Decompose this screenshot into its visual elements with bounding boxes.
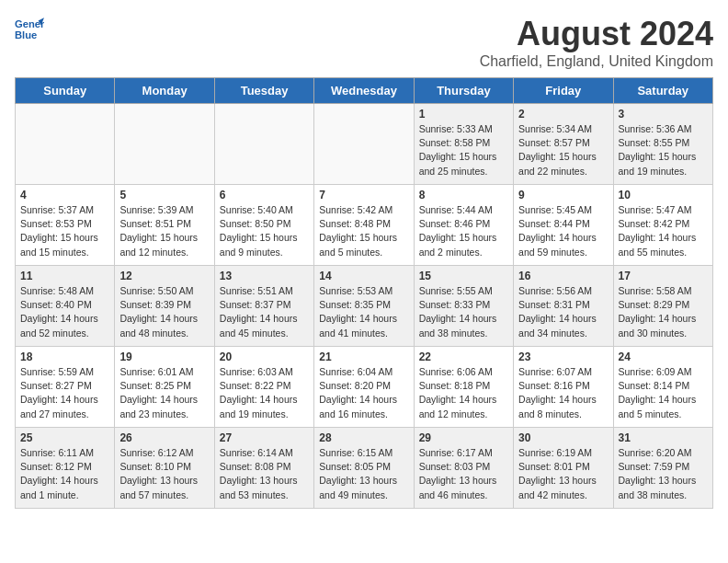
day-cell: 27Sunrise: 6:14 AM Sunset: 8:08 PM Dayli…: [214, 428, 313, 509]
day-info: Sunrise: 6:20 AM Sunset: 7:59 PM Dayligh…: [619, 446, 708, 502]
logo: General Blue: [15, 15, 44, 44]
day-cell: 21Sunrise: 6:04 AM Sunset: 8:20 PM Dayli…: [314, 347, 414, 428]
day-number: 11: [20, 270, 109, 282]
day-info: Sunrise: 6:11 AM Sunset: 8:12 PM Dayligh…: [20, 446, 109, 502]
calendar-header-row: SundayMondayTuesdayWednesdayThursdayFrid…: [16, 78, 713, 104]
day-info: Sunrise: 5:36 AM Sunset: 8:55 PM Dayligh…: [619, 122, 708, 178]
day-cell: 1Sunrise: 5:33 AM Sunset: 8:58 PM Daylig…: [414, 104, 513, 185]
day-number: 22: [419, 350, 508, 363]
col-header-wednesday: Wednesday: [314, 78, 414, 104]
day-cell: 2Sunrise: 5:34 AM Sunset: 8:57 PM Daylig…: [514, 104, 613, 185]
header: General Blue August 2024 Charfield, Engl…: [15, 15, 713, 70]
day-info: Sunrise: 5:33 AM Sunset: 8:58 PM Dayligh…: [419, 122, 508, 178]
calendar-body: 1Sunrise: 5:33 AM Sunset: 8:58 PM Daylig…: [16, 104, 713, 509]
day-cell: 24Sunrise: 6:09 AM Sunset: 8:14 PM Dayli…: [613, 347, 712, 428]
day-info: Sunrise: 6:07 AM Sunset: 8:16 PM Dayligh…: [518, 365, 608, 421]
day-number: 15: [419, 270, 508, 282]
day-info: Sunrise: 6:01 AM Sunset: 8:25 PM Dayligh…: [119, 365, 209, 421]
col-header-tuesday: Tuesday: [214, 78, 313, 104]
day-cell: 16Sunrise: 5:56 AM Sunset: 8:31 PM Dayli…: [514, 266, 613, 347]
day-number: 3: [619, 108, 708, 121]
day-cell: 7Sunrise: 5:42 AM Sunset: 8:48 PM Daylig…: [314, 185, 414, 266]
calendar-table: SundayMondayTuesdayWednesdayThursdayFrid…: [15, 77, 713, 509]
week-row-2: 11Sunrise: 5:48 AM Sunset: 8:40 PM Dayli…: [16, 266, 713, 347]
day-info: Sunrise: 6:12 AM Sunset: 8:10 PM Dayligh…: [119, 446, 209, 502]
day-info: Sunrise: 6:03 AM Sunset: 8:22 PM Dayligh…: [220, 365, 309, 421]
week-row-0: 1Sunrise: 5:33 AM Sunset: 8:58 PM Daylig…: [16, 104, 713, 185]
day-cell: 3Sunrise: 5:36 AM Sunset: 8:55 PM Daylig…: [613, 104, 712, 185]
day-cell: 18Sunrise: 5:59 AM Sunset: 8:27 PM Dayli…: [16, 347, 115, 428]
day-number: 19: [119, 350, 209, 363]
day-cell: [16, 104, 115, 185]
day-cell: 23Sunrise: 6:07 AM Sunset: 8:16 PM Dayli…: [514, 347, 613, 428]
day-cell: 8Sunrise: 5:44 AM Sunset: 8:46 PM Daylig…: [414, 185, 513, 266]
day-cell: 31Sunrise: 6:20 AM Sunset: 7:59 PM Dayli…: [613, 428, 712, 509]
day-info: Sunrise: 5:56 AM Sunset: 8:31 PM Dayligh…: [518, 284, 608, 340]
day-info: Sunrise: 6:09 AM Sunset: 8:14 PM Dayligh…: [619, 365, 708, 421]
day-cell: 30Sunrise: 6:19 AM Sunset: 8:01 PM Dayli…: [514, 428, 613, 509]
day-cell: 10Sunrise: 5:47 AM Sunset: 8:42 PM Dayli…: [613, 185, 712, 266]
logo-icon: General Blue: [15, 15, 44, 44]
day-cell: 5Sunrise: 5:39 AM Sunset: 8:51 PM Daylig…: [115, 185, 214, 266]
day-cell: [214, 104, 313, 185]
day-info: Sunrise: 5:45 AM Sunset: 8:44 PM Dayligh…: [518, 203, 608, 259]
day-number: 28: [319, 431, 408, 444]
day-number: 5: [119, 189, 209, 201]
day-cell: 28Sunrise: 6:15 AM Sunset: 8:05 PM Dayli…: [314, 428, 414, 509]
day-number: 12: [119, 270, 209, 282]
day-number: 9: [518, 189, 608, 201]
day-cell: 25Sunrise: 6:11 AM Sunset: 8:12 PM Dayli…: [16, 428, 115, 509]
day-number: 7: [319, 189, 408, 201]
day-number: 8: [419, 189, 508, 201]
col-header-thursday: Thursday: [414, 78, 513, 104]
day-cell: 29Sunrise: 6:17 AM Sunset: 8:03 PM Dayli…: [414, 428, 513, 509]
day-number: 13: [220, 270, 309, 282]
day-number: 18: [20, 350, 109, 363]
col-header-sunday: Sunday: [16, 78, 115, 104]
day-info: Sunrise: 6:06 AM Sunset: 8:18 PM Dayligh…: [419, 365, 508, 421]
day-number: 29: [419, 431, 508, 444]
day-cell: 17Sunrise: 5:58 AM Sunset: 8:29 PM Dayli…: [613, 266, 712, 347]
day-number: 23: [518, 350, 608, 363]
subtitle: Charfield, England, United Kingdom: [480, 53, 713, 70]
day-number: 4: [20, 189, 109, 201]
week-row-3: 18Sunrise: 5:59 AM Sunset: 8:27 PM Dayli…: [16, 347, 713, 428]
svg-text:Blue: Blue: [15, 29, 37, 40]
day-info: Sunrise: 5:58 AM Sunset: 8:29 PM Dayligh…: [619, 284, 708, 340]
day-number: 25: [20, 431, 109, 444]
day-info: Sunrise: 5:37 AM Sunset: 8:53 PM Dayligh…: [20, 203, 109, 259]
col-header-monday: Monday: [115, 78, 214, 104]
day-info: Sunrise: 5:51 AM Sunset: 8:37 PM Dayligh…: [220, 284, 309, 340]
day-cell: 6Sunrise: 5:40 AM Sunset: 8:50 PM Daylig…: [214, 185, 313, 266]
day-info: Sunrise: 6:19 AM Sunset: 8:01 PM Dayligh…: [518, 446, 608, 502]
day-number: 26: [119, 431, 209, 444]
day-number: 6: [220, 189, 309, 201]
day-number: 24: [619, 350, 708, 363]
col-header-friday: Friday: [514, 78, 613, 104]
day-number: 31: [619, 431, 708, 444]
day-info: Sunrise: 5:53 AM Sunset: 8:35 PM Dayligh…: [319, 284, 408, 340]
day-cell: 11Sunrise: 5:48 AM Sunset: 8:40 PM Dayli…: [16, 266, 115, 347]
day-info: Sunrise: 5:48 AM Sunset: 8:40 PM Dayligh…: [20, 284, 109, 340]
day-info: Sunrise: 5:59 AM Sunset: 8:27 PM Dayligh…: [20, 365, 109, 421]
day-info: Sunrise: 5:55 AM Sunset: 8:33 PM Dayligh…: [419, 284, 508, 340]
day-cell: 15Sunrise: 5:55 AM Sunset: 8:33 PM Dayli…: [414, 266, 513, 347]
day-info: Sunrise: 5:42 AM Sunset: 8:48 PM Dayligh…: [319, 203, 408, 259]
day-info: Sunrise: 5:39 AM Sunset: 8:51 PM Dayligh…: [119, 203, 209, 259]
day-info: Sunrise: 6:17 AM Sunset: 8:03 PM Dayligh…: [419, 446, 508, 502]
day-info: Sunrise: 6:04 AM Sunset: 8:20 PM Dayligh…: [319, 365, 408, 421]
day-cell: 12Sunrise: 5:50 AM Sunset: 8:39 PM Dayli…: [115, 266, 214, 347]
week-row-1: 4Sunrise: 5:37 AM Sunset: 8:53 PM Daylig…: [16, 185, 713, 266]
day-cell: 14Sunrise: 5:53 AM Sunset: 8:35 PM Dayli…: [314, 266, 414, 347]
day-number: 2: [518, 108, 608, 121]
day-cell: 22Sunrise: 6:06 AM Sunset: 8:18 PM Dayli…: [414, 347, 513, 428]
day-number: 10: [619, 189, 708, 201]
week-row-4: 25Sunrise: 6:11 AM Sunset: 8:12 PM Dayli…: [16, 428, 713, 509]
day-cell: 19Sunrise: 6:01 AM Sunset: 8:25 PM Dayli…: [115, 347, 214, 428]
day-info: Sunrise: 5:50 AM Sunset: 8:39 PM Dayligh…: [119, 284, 209, 340]
day-cell: 9Sunrise: 5:45 AM Sunset: 8:44 PM Daylig…: [514, 185, 613, 266]
day-number: 17: [619, 270, 708, 282]
day-number: 14: [319, 270, 408, 282]
day-number: 16: [518, 270, 608, 282]
main-title: August 2024: [480, 15, 713, 53]
